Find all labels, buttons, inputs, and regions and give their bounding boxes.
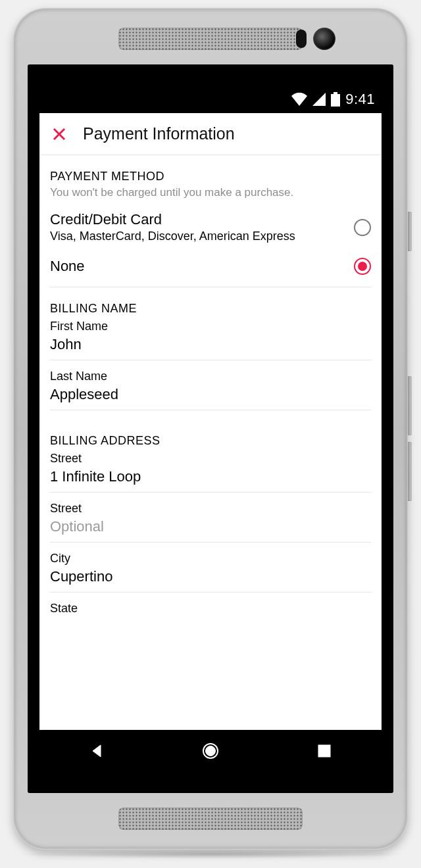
last-name-label: Last Name	[50, 370, 371, 383]
payment-option-none[interactable]: None	[50, 249, 371, 287]
payment-method-section-subtitle: You won't be charged until you make a pu…	[50, 186, 371, 199]
nav-recent-icon[interactable]	[314, 741, 334, 761]
radio-icon	[354, 258, 371, 275]
status-clock: 9:41	[345, 91, 375, 108]
payment-option-card-title: Credit/Debit Card	[50, 211, 295, 228]
city-field[interactable]: City	[50, 552, 371, 592]
svg-point-5	[205, 746, 215, 756]
street1-field[interactable]: Street	[50, 452, 371, 493]
front-camera	[313, 28, 335, 50]
app-header: Payment Information	[39, 113, 382, 155]
first-name-field[interactable]: First Name	[50, 320, 371, 360]
payment-option-none-title: None	[50, 258, 85, 275]
proximity-sensor	[296, 30, 307, 48]
cellular-signal-icon	[312, 93, 326, 106]
svg-rect-6	[318, 745, 330, 757]
last-name-input[interactable]	[50, 383, 371, 406]
street1-input[interactable]	[50, 466, 371, 488]
power-button	[408, 212, 412, 251]
page-title: Payment Information	[83, 124, 235, 143]
payment-option-card[interactable]: Credit/Debit Card Visa, MasterCard, Disc…	[50, 199, 371, 249]
android-navbar	[39, 730, 382, 772]
radio-icon	[354, 219, 371, 236]
volume-up-button	[408, 376, 412, 435]
state-label: State	[50, 602, 371, 615]
wifi-icon	[291, 93, 307, 106]
form-content: PAYMENT METHOD You won't be charged unti…	[39, 155, 382, 730]
billing-name-section-title: BILLING NAME	[50, 302, 371, 316]
nav-back-icon[interactable]	[87, 741, 107, 761]
status-bar: 9:41	[39, 85, 382, 113]
screen: 9:41 Payment Information PAYMENT METHOD …	[39, 85, 382, 772]
earpiece-speaker	[118, 28, 303, 50]
first-name-label: First Name	[50, 320, 371, 333]
street2-input[interactable]	[50, 516, 371, 538]
payment-option-card-subtitle: Visa, MasterCard, Discover, American Exp…	[50, 229, 295, 243]
payment-method-section-title: PAYMENT METHOD	[50, 170, 371, 183]
street2-label: Street	[50, 502, 371, 516]
svg-rect-0	[334, 92, 337, 94]
billing-address-section-title: BILLING ADDRESS	[50, 434, 371, 448]
nav-home-icon[interactable]	[201, 741, 220, 761]
svg-rect-1	[331, 94, 340, 107]
screen-bezel: 9:41 Payment Information PAYMENT METHOD …	[28, 64, 393, 793]
battery-icon	[331, 92, 340, 107]
state-field[interactable]: State	[50, 602, 371, 615]
street2-field[interactable]: Street	[50, 502, 371, 542]
close-icon[interactable]	[50, 125, 68, 143]
city-input[interactable]	[50, 566, 371, 588]
phone-frame: 9:41 Payment Information PAYMENT METHOD …	[13, 8, 408, 850]
bottom-speaker	[118, 808, 303, 830]
city-label: City	[50, 552, 371, 566]
volume-down-button	[408, 442, 412, 501]
street1-label: Street	[50, 452, 371, 466]
first-name-input[interactable]	[50, 333, 371, 356]
last-name-field[interactable]: Last Name	[50, 370, 371, 410]
